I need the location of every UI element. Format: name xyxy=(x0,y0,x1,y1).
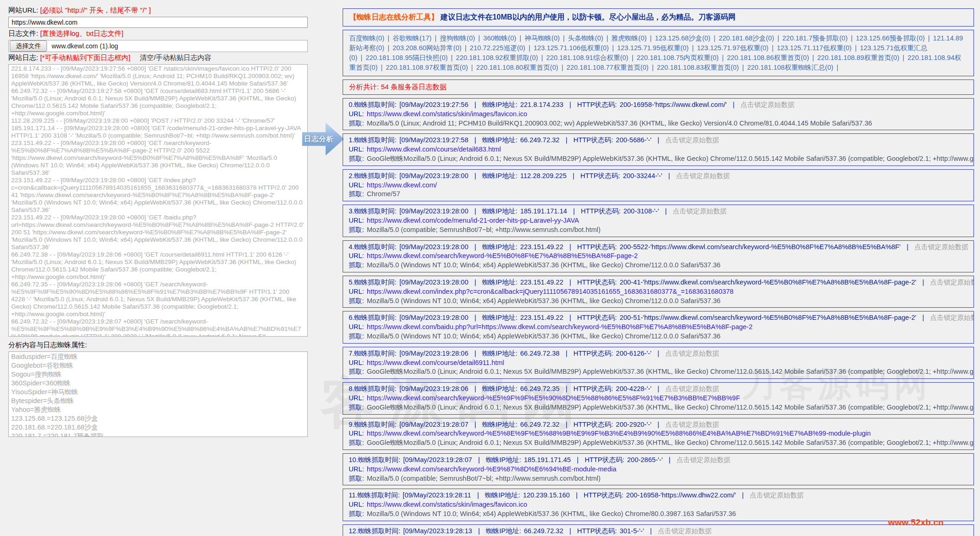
entry-url-link[interactable]: https://www.dkewl.com/statics/skin/image… xyxy=(367,501,527,508)
separator: | xyxy=(478,527,480,535)
site-url-input[interactable] xyxy=(8,17,308,28)
entry-time-label: 7.蜘蛛抓取时间: xyxy=(349,350,397,357)
entry-url-link[interactable]: https://www.dkewl.com/index.php?c=cron&c… xyxy=(367,288,734,295)
entry-ua-label: 抓取: xyxy=(349,368,364,375)
lock-raw-data-link[interactable]: 点击锁定原始数据 xyxy=(741,101,795,108)
spider-category-link[interactable]: 头条蜘蛛(0) xyxy=(568,34,603,42)
separator: | xyxy=(922,314,924,321)
spider-category-link[interactable]: 220.181.108.89权重首页(0) xyxy=(817,54,900,61)
spider-category-link[interactable]: 百度蜘蛛(0) xyxy=(349,34,384,42)
separator: | xyxy=(577,456,579,463)
spider-category-link[interactable]: 220.181.108.91综合权重(0) xyxy=(546,54,629,61)
spider-category-link[interactable]: 360蜘蛛(0) xyxy=(483,34,516,42)
entry-time-value: [09/May/2023:19:28:00 xyxy=(399,278,468,286)
lock-raw-data-link[interactable]: 点击锁定原始数据 xyxy=(665,350,719,357)
separator: | xyxy=(569,278,571,286)
spider-category-link[interactable]: 谷歌蜘蛛(17) xyxy=(393,34,432,42)
spider-category-link[interactable]: 220.181.108.86权重首页(0) xyxy=(727,54,809,61)
entry-ip-value: 66.249.72.38 xyxy=(520,350,560,357)
log-entry: 12.蜘蛛抓取时间:[09/May/2023:19:28:13|蜘蛛IP地址:6… xyxy=(343,524,974,536)
lock-raw-data-link[interactable]: 点击锁定原始数据 xyxy=(676,456,730,463)
entry-url-link[interactable]: https://www.dkewl.com/code/menu/id-21-or… xyxy=(367,217,579,224)
spider-category-link[interactable]: 220.181.7预备抓取(0) xyxy=(782,34,848,42)
separator: | xyxy=(474,385,476,392)
spider-category-link[interactable]: 123.125.71.117低权重(0) xyxy=(777,44,852,52)
separator: | xyxy=(361,54,363,61)
separator: | xyxy=(569,527,571,535)
entry-time-label: 11.蜘蛛抓取时间: xyxy=(349,491,400,499)
lock-raw-data-link[interactable]: 点击锁定原始数据 xyxy=(673,207,727,215)
spider-category-link[interactable]: 203.208.60网站异常(0) xyxy=(393,44,462,52)
separator: | xyxy=(692,44,694,52)
log-entry: 6.蜘蛛抓取时间:[09/May/2023:19:28:00|蜘蛛IP地址:22… xyxy=(343,311,974,343)
entry-status-label: HTTP状态码: xyxy=(577,527,617,535)
spider-category-link[interactable]: 搜狗蜘蛛(0) xyxy=(440,34,475,42)
choose-file-button[interactable]: 选择文件 xyxy=(10,40,47,52)
spider-category-link[interactable]: 123.125.71.95低权重(0) xyxy=(617,44,689,52)
entry-time-label: 3.蜘蛛抓取时间: xyxy=(349,207,397,215)
entry-status-label: HTTP状态码: xyxy=(573,385,613,392)
lock-raw-data-link[interactable]: 点击锁定原始数据 xyxy=(658,527,712,535)
entry-meta-line: 4.蜘蛛抓取时间:[09/May/2023:19:28:00|蜘蛛IP地址:22… xyxy=(349,243,968,252)
spider-category-link[interactable]: 220.181.108.92权重抓取(0) xyxy=(456,54,538,61)
spider-category-link[interactable]: 雅虎蜘蛛(0) xyxy=(611,34,647,42)
entry-url-link[interactable]: https://www.dkewl.com/search/keyword-%E5… xyxy=(367,394,740,402)
entry-status-value: 200-2865-'-' xyxy=(627,456,662,463)
spider-category-link[interactable]: 210.72.225巡逻(0) xyxy=(470,44,525,52)
separator: | xyxy=(478,34,480,42)
spider-category-link[interactable]: 220.181.108.97权重首页(0) xyxy=(386,64,468,71)
log-content-textarea[interactable]: 221.8.174.233 - - [09/May/2023:19:27:56 … xyxy=(8,64,308,337)
spider-attrs-textarea[interactable]: Baiduspider=百度蜘蛛 Googlebot=谷歌蜘蛛 Sogou=搜狗… xyxy=(8,351,308,437)
entry-url-line: URL:https://www.dkewl.com/index.php?c=cr… xyxy=(349,287,968,297)
spider-category-link[interactable]: 220.181.108.95隔日快照(0) xyxy=(366,54,448,61)
entry-url-link[interactable]: https://www.dkewl.com/statics/skin/image… xyxy=(367,110,527,118)
lock-raw-data-link[interactable]: 点击锁定原始数据 xyxy=(665,136,719,144)
entry-time-value: [09/May/2023:19:28:00 xyxy=(399,172,468,179)
spider-category-link[interactable]: 220.181.108权重蜘蛛汇总(0) xyxy=(747,64,833,71)
entry-time-value: [09/May/2023:19:28:00 xyxy=(399,207,468,215)
entry-status-label: HTTP状态码: xyxy=(573,136,613,144)
spider-category-link[interactable]: 神马蜘蛛(0) xyxy=(524,34,560,42)
analyze-arrow-button[interactable]: 日志分析 xyxy=(302,122,344,156)
log-entry: 1.蜘蛛抓取时间:[09/May/2023:19:27:58|蜘蛛IP地址:66… xyxy=(343,133,974,165)
entry-url-link[interactable]: https://www.dkewl.com/search/keyword-%E9… xyxy=(367,465,616,473)
spider-category-link[interactable]: 220.181.108.75内页权重(0) xyxy=(636,54,719,61)
lock-raw-data-link[interactable]: 点击锁定原始数据 xyxy=(930,314,974,321)
lock-raw-data-link[interactable]: 点击锁定原始数据 xyxy=(930,278,974,286)
spider-category-link[interactable]: 123.125.71.97低权重(0) xyxy=(697,44,768,52)
file-input[interactable]: 选择文件 www.dkewl.com (1).log xyxy=(8,40,308,52)
entry-url-link[interactable]: https://www.dkewl.com/course/detail6911.… xyxy=(367,359,504,366)
separator: | xyxy=(451,54,453,61)
spider-category-link[interactable]: 220.181.108.77权重首页(0) xyxy=(567,64,649,71)
spider-category-link[interactable]: 220.181.108.83权重首页(0) xyxy=(657,64,739,71)
spider-category-link[interactable]: 123.125.66预备抓取(0) xyxy=(856,34,925,42)
clear-paste-log-link[interactable]: 清空/手动粘贴日志内容 xyxy=(140,53,212,61)
spider-category-link[interactable]: 220.181.68沙盒(0) xyxy=(719,34,774,42)
log-entry: 11.蜘蛛抓取时间:[09/May/2023:19:28:11|蜘蛛IP地址:1… xyxy=(343,489,974,521)
spider-category-link[interactable]: 123.125.71.106低权重(0) xyxy=(534,44,609,52)
separator: | xyxy=(652,64,654,71)
entry-url-link[interactable]: https://www.dkewl.com/course/detail683.h… xyxy=(367,146,501,153)
chosen-file-name: www.dkewl.com (1).log xyxy=(52,42,118,50)
lock-raw-data-link[interactable]: 点击锁定原始数据 xyxy=(914,243,968,251)
entry-url-link[interactable]: https://www.dkewl.com/ xyxy=(367,181,437,189)
entry-time-label: 4.蜘蛛抓取时间: xyxy=(349,243,397,251)
separator: | xyxy=(381,64,383,71)
lock-raw-data-link[interactable]: 点击锁定原始数据 xyxy=(665,385,719,392)
separator: | xyxy=(657,136,659,144)
entry-url-link[interactable]: https://www.dkewl.com/search/keyword-%E5… xyxy=(367,430,871,437)
entry-url-link[interactable]: https://www.dkewl.com/search/keyword-%E5… xyxy=(367,252,638,259)
spider-category-link[interactable]: 220.181.108.80权重首页(0) xyxy=(476,64,558,71)
entry-url-link[interactable]: https://www.dkewl.com/baidu.php?url=http… xyxy=(367,323,753,331)
entry-time-label: 0.蜘蛛抓取时间: xyxy=(349,101,397,108)
separator: | xyxy=(922,278,924,286)
entry-ip-value: 66.249.72.32 xyxy=(520,136,560,144)
lock-raw-data-link[interactable]: 点击锁定原始数据 xyxy=(750,491,804,499)
separator: | xyxy=(573,172,575,179)
entry-ua-label: 抓取: xyxy=(349,190,364,198)
entry-status-label: HTTP状态码: xyxy=(577,101,617,108)
lock-raw-data-link[interactable]: 点击锁定原始数据 xyxy=(676,172,730,179)
spider-category-link[interactable]: 123.125.68沙盒(0) xyxy=(655,34,710,42)
entry-ua-label: 抓取: xyxy=(349,510,364,517)
lock-raw-data-link[interactable]: 点击锁定原始数据 xyxy=(665,421,719,428)
